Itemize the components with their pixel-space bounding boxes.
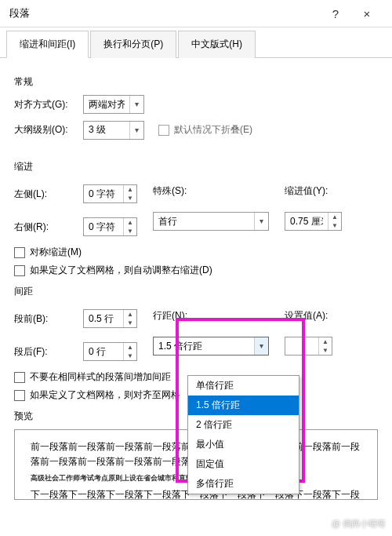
spin-down-icon[interactable]: ▼ xyxy=(124,227,136,235)
left-indent-spinner[interactable]: ▲▼ xyxy=(83,184,137,203)
align-label: 对齐方式(G): xyxy=(14,98,77,111)
spin-down-icon[interactable]: ▼ xyxy=(328,221,341,230)
chevron-down-icon[interactable]: ▾ xyxy=(129,96,143,113)
spin-down-icon[interactable]: ▼ xyxy=(124,352,136,360)
tab-asian[interactable]: 中文版式(H) xyxy=(178,31,256,58)
line-input[interactable] xyxy=(154,337,254,355)
spin-up-icon[interactable]: ▲ xyxy=(319,337,332,346)
section-indent: 缩进 xyxy=(14,160,378,173)
indval-label: 缩进值(Y): xyxy=(285,184,332,198)
line-combo[interactable]: ▾ xyxy=(153,337,269,356)
section-spacing: 间距 xyxy=(14,285,378,298)
left-indent-input[interactable] xyxy=(84,185,123,202)
outline-input[interactable] xyxy=(84,122,129,139)
right-indent-input[interactable] xyxy=(84,218,123,235)
spin-down-icon[interactable]: ▼ xyxy=(124,319,136,327)
chevron-down-icon[interactable]: ▾ xyxy=(129,122,143,139)
tab-line-page[interactable]: 换行和分页(P) xyxy=(90,31,176,58)
line-option[interactable]: 最小值 xyxy=(188,435,299,454)
right-indent-label: 右侧(R): xyxy=(14,221,77,234)
spin-up-icon[interactable]: ▲ xyxy=(124,343,136,352)
setval-label: 设置值(A): xyxy=(285,309,332,323)
tab-indent-spacing[interactable]: 缩进和间距(I) xyxy=(6,31,89,58)
mirror-checkbox[interactable] xyxy=(14,247,25,258)
autogrid-checkbox[interactable] xyxy=(14,265,25,276)
line-option[interactable]: 2 倍行距 xyxy=(188,415,299,435)
watermark: @ 偶西小嗒嗒 xyxy=(332,518,386,530)
collapse-checkbox xyxy=(158,125,169,136)
before-input[interactable] xyxy=(84,310,123,327)
outline-label: 大纲级别(O): xyxy=(14,123,77,137)
outline-combo[interactable]: ▾ xyxy=(83,121,144,140)
snapgrid-label: 如果定义了文档网格，则对齐至网格 xyxy=(30,388,180,402)
align-combo[interactable]: ▾ xyxy=(83,95,144,114)
line-option-selected[interactable]: 1.5 倍行距 xyxy=(188,396,299,415)
line-dropdown[interactable]: 单倍行距 1.5 倍行距 2 倍行距 最小值 固定值 多倍行距 xyxy=(187,375,299,494)
line-label: 行距(N): xyxy=(153,309,200,323)
special-input[interactable] xyxy=(154,213,254,230)
special-combo[interactable]: ▾ xyxy=(153,212,269,231)
left-indent-label: 左侧(L): xyxy=(14,188,77,201)
chevron-down-icon[interactable]: ▾ xyxy=(254,337,268,355)
spin-up-icon[interactable]: ▲ xyxy=(328,213,341,221)
after-input[interactable] xyxy=(84,343,123,360)
mirror-label: 对称缩进(M) xyxy=(30,246,82,259)
after-spinner[interactable]: ▲▼ xyxy=(83,342,137,361)
snapgrid-checkbox[interactable] xyxy=(14,390,25,401)
line-option[interactable]: 多倍行距 xyxy=(188,474,299,494)
setval-spinner[interactable]: ▲▼ xyxy=(285,337,332,356)
before-spinner[interactable]: ▲▼ xyxy=(83,309,137,328)
before-label: 段前(B): xyxy=(14,312,77,326)
right-indent-spinner[interactable]: ▲▼ xyxy=(83,217,137,236)
nosame-checkbox[interactable] xyxy=(14,372,25,383)
indval-input[interactable] xyxy=(285,213,328,230)
nosame-label: 不要在相同样式的段落间增加间距 xyxy=(30,370,171,384)
spin-up-icon[interactable]: ▲ xyxy=(124,310,136,319)
align-input[interactable] xyxy=(84,96,129,113)
close-button[interactable]: × xyxy=(351,7,383,20)
autogrid-label: 如果定义了文档网格，则自动调整右缩进(D) xyxy=(30,264,212,277)
collapse-label: 默认情况下折叠(E) xyxy=(174,123,252,137)
help-button[interactable]: ? xyxy=(320,7,351,20)
line-option[interactable]: 固定值 xyxy=(188,454,299,474)
dialog-title: 段落 xyxy=(9,6,320,20)
spin-down-icon[interactable]: ▼ xyxy=(319,346,332,355)
chevron-down-icon[interactable]: ▾ xyxy=(254,213,268,230)
section-general: 常规 xyxy=(14,75,378,89)
setval-input[interactable] xyxy=(285,337,318,355)
spin-up-icon[interactable]: ▲ xyxy=(124,185,136,194)
line-option[interactable]: 单倍行距 xyxy=(188,376,299,396)
spin-down-icon[interactable]: ▼ xyxy=(124,194,136,202)
indval-spinner[interactable]: ▲▼ xyxy=(285,212,342,231)
after-label: 段后(F): xyxy=(14,345,77,359)
spin-up-icon[interactable]: ▲ xyxy=(124,218,136,227)
special-label: 特殊(S): xyxy=(153,184,200,198)
